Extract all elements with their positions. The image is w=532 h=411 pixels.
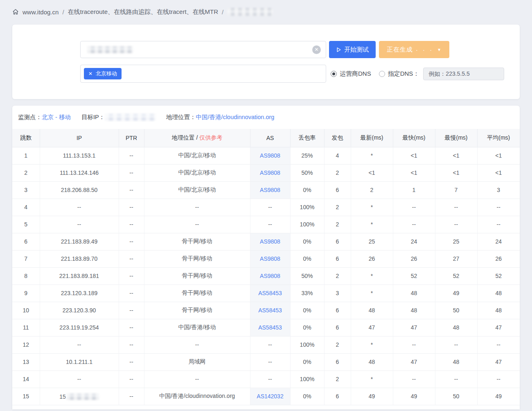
- cell-best: --: [393, 216, 435, 233]
- node-tag-beijing-mobile[interactable]: ✕ 北京移动: [84, 68, 122, 79]
- cell-ptr: --: [119, 181, 144, 199]
- cell-geo: 骨干网/移动: [144, 233, 250, 250]
- cell-avg: <1: [477, 147, 520, 164]
- cell-as: AS9808: [250, 181, 290, 199]
- cell-best: 52: [393, 267, 435, 285]
- cell-hop: 14: [12, 370, 40, 388]
- cell-avg: 47: [477, 319, 520, 336]
- custom-dns-radio[interactable]: [379, 71, 385, 77]
- custom-dns-input[interactable]: [423, 68, 504, 80]
- target-ip-masked-value: [105, 114, 156, 121]
- cell-last: *: [351, 336, 393, 353]
- breadcrumb-separator: /: [62, 9, 64, 16]
- cell-best: --: [393, 199, 435, 216]
- home-icon[interactable]: [12, 9, 19, 15]
- cell-as: AS9808: [250, 267, 290, 285]
- start-test-button[interactable]: 开始测试: [329, 41, 376, 58]
- node-select-box[interactable]: ✕ 北京移动: [80, 65, 326, 83]
- cell-ptr: --: [119, 336, 144, 353]
- cell-as: --: [250, 216, 290, 233]
- cell-geo: 局域网: [144, 353, 250, 370]
- target-ip-label: 目标IP：: [81, 113, 105, 121]
- cell-best: 24: [393, 233, 435, 250]
- cell-hop: 5: [12, 216, 40, 233]
- cell-loss: 0%: [290, 181, 324, 199]
- cell-sent: 6: [324, 233, 351, 250]
- remove-tag-icon[interactable]: ✕: [88, 71, 92, 77]
- cell-as: AS9808: [250, 250, 290, 267]
- result-card: 监测点： 北京 - 移动 目标IP： 地理位置： 中国/香港/cloudinno…: [12, 106, 520, 409]
- probe-value-link[interactable]: 北京 - 移动: [42, 113, 71, 121]
- cell-hop: 13: [12, 353, 40, 370]
- cell-best: 48: [393, 302, 435, 319]
- as-link[interactable]: AS142032: [257, 393, 283, 400]
- breadcrumb-path: 在线traceroute、在线路由追踪、在线tracert、在线MTR: [68, 8, 219, 16]
- cell-last: *: [351, 216, 393, 233]
- cell-loss: 100%: [290, 216, 324, 233]
- clear-input-icon[interactable]: ✕: [312, 45, 321, 54]
- cell-geo: 中国/香港/cloudinnovation.org: [144, 388, 250, 405]
- cell-as: --: [250, 353, 290, 370]
- cell-avg: 49: [477, 388, 520, 405]
- header-hop: 跳数: [12, 129, 40, 147]
- as-link[interactable]: AS9808: [260, 255, 280, 262]
- header-worst: 最慢(ms): [435, 129, 477, 147]
- table-row: 11223.119.19.254--中国/香港/移动AS584530%64747…: [12, 319, 520, 336]
- cell-worst: 27: [435, 250, 477, 267]
- as-link[interactable]: AS9808: [260, 152, 280, 159]
- cell-worst: <1: [435, 164, 477, 181]
- cell-geo: 骨干网/移动: [144, 285, 250, 302]
- cell-worst: 50: [435, 302, 477, 319]
- cell-as: --: [250, 336, 290, 353]
- as-link[interactable]: AS9808: [260, 169, 280, 176]
- cell-hop: 6: [12, 233, 40, 250]
- as-link[interactable]: AS9808: [260, 238, 280, 245]
- breadcrumb-site[interactable]: www.itdog.cn: [23, 9, 59, 16]
- cell-geo: 骨干网/移动: [144, 267, 250, 285]
- cell-as: AS9808: [250, 164, 290, 181]
- cell-sent: 4: [324, 147, 351, 164]
- start-test-label: 开始测试: [344, 46, 369, 54]
- as-link[interactable]: AS9808: [260, 187, 280, 193]
- as-link[interactable]: AS58453: [258, 324, 282, 331]
- geo-label: 地理位置：: [166, 113, 196, 121]
- cell-ip: --: [40, 336, 119, 353]
- generating-button[interactable]: 正在生成 · · · ▼: [379, 41, 449, 58]
- as-link[interactable]: AS58453: [258, 290, 282, 296]
- cell-avg: 26: [477, 250, 520, 267]
- cell-best: 26: [393, 250, 435, 267]
- cell-ip: 221.183.89.49: [40, 233, 119, 250]
- cell-best: 47: [393, 319, 435, 336]
- cell-last: <1: [351, 164, 393, 181]
- geo-value-link[interactable]: 中国/香港/cloudinnovation.org: [196, 113, 275, 121]
- masked-ip-value: [66, 393, 99, 400]
- cell-ip: 10.1.211.1: [40, 353, 119, 370]
- play-icon: [336, 47, 341, 52]
- cell-last: 49: [351, 388, 393, 405]
- cell-geo: --: [144, 370, 250, 388]
- cell-geo: --: [144, 216, 250, 233]
- cell-worst: --: [435, 216, 477, 233]
- as-link[interactable]: AS58453: [258, 307, 282, 314]
- cell-best: --: [393, 370, 435, 388]
- header-loss: 丢包率: [290, 129, 324, 147]
- cell-last: *: [351, 370, 393, 388]
- carrier-dns-radio[interactable]: [331, 71, 337, 77]
- cell-last: 26: [351, 250, 393, 267]
- table-row: 2111.13.124.146--中国/北京/移动AS980850%2<1<1<…: [12, 164, 520, 181]
- cell-ptr: --: [119, 267, 144, 285]
- cell-ip: 223.120.3.189: [40, 285, 119, 302]
- cell-avg: --: [477, 216, 520, 233]
- cell-worst: 7: [435, 181, 477, 199]
- cell-hop: 3: [12, 181, 40, 199]
- as-link[interactable]: AS9808: [260, 273, 280, 279]
- cell-ptr: --: [119, 147, 144, 164]
- custom-dns-label: 指定DNS：: [388, 70, 419, 78]
- table-row: 9223.120.3.189--骨干网/移动AS5845333%3*484948: [12, 285, 520, 302]
- cell-sent: 6: [324, 319, 351, 336]
- cell-worst: 25: [435, 233, 477, 250]
- target-input[interactable]: ✕: [80, 41, 326, 58]
- carrier-dns-label: 运营商DNS: [340, 70, 371, 78]
- cell-ptr: --: [119, 199, 144, 216]
- table-row: 10223.120.3.90--骨干网/移动AS584530%648485048: [12, 302, 520, 319]
